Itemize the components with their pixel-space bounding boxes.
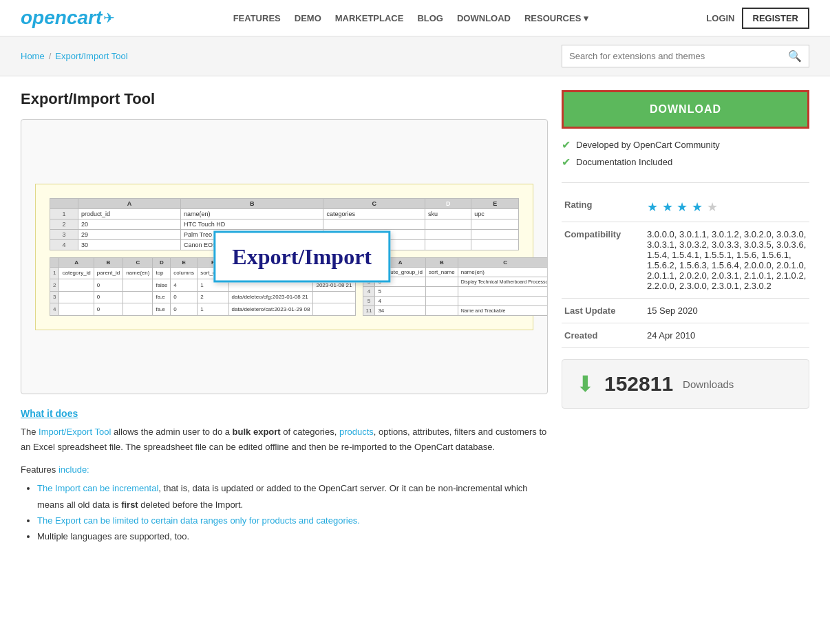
rating-row: Rating ★ ★ ★ ★ ★	[562, 193, 809, 222]
check-label-2: Documentation Included	[576, 157, 672, 167]
list-item: Multiple languages are supported, too.	[37, 528, 548, 544]
meta-checks: ✔ Developed by OpenCart Community ✔ Docu…	[562, 138, 809, 183]
downloads-box: ⬇ 152811 Downloads	[562, 359, 809, 409]
breadcrumb-separator: /	[49, 51, 52, 61]
search-icon[interactable]: 🔍	[788, 50, 802, 63]
compatibility-value: 3.0.0.0, 3.0.1.1, 3.0.1.2, 3.0.2.0, 3.0.…	[644, 222, 809, 299]
header-right: LOGIN REGISTER	[706, 8, 809, 29]
download-cloud-icon: ⬇	[576, 371, 595, 397]
nav-demo[interactable]: DEMO	[295, 13, 321, 23]
first-span: first	[121, 500, 138, 510]
col-b: B	[180, 198, 323, 208]
logo: opencart ✈	[21, 7, 115, 29]
col-c: C	[323, 198, 425, 208]
col-e: E	[471, 198, 519, 208]
table-row: 4 5	[363, 286, 548, 296]
what-it-does-heading: What it does	[21, 408, 548, 419]
table-row: 1 product_id name(en) categories sku upc	[50, 208, 519, 219]
nav-marketplace[interactable]: MARKETPLACE	[335, 13, 404, 23]
checkmark-icon-1: ✔	[562, 138, 571, 151]
compatibility-row: Compatibility 3.0.0.0, 3.0.1.1, 3.0.1.2,…	[562, 222, 809, 299]
downloads-label: Downloads	[683, 378, 734, 390]
login-button[interactable]: LOGIN	[706, 13, 734, 23]
table-row: 4 0 fa.e 0 1 data/deletero/cat:2023-01-2…	[50, 303, 356, 316]
table-row: 1 attribute_group_id sort_name name(en)	[363, 267, 548, 277]
last-update-row: Last Update 15 Sep 2020	[562, 299, 809, 323]
product-image-inner: A B C D E 1 product_id name(en)	[35, 184, 533, 330]
nav-resources[interactable]: RESOURCES ▾	[524, 13, 588, 23]
list-item: The Export can be limited to certain dat…	[37, 513, 548, 528]
breadcrumb-home[interactable]: Home	[21, 51, 45, 61]
main-content: Export/Import Tool A B C D	[0, 76, 830, 559]
breadcrumb-current: Export/Import Tool	[55, 51, 127, 61]
search-input[interactable]	[569, 51, 788, 61]
features-include-span: include:	[58, 464, 89, 475]
table-row: 5 4	[363, 296, 548, 305]
badge-text: Export/Import	[232, 244, 372, 270]
created-value: 24 Apr 2010	[644, 323, 809, 348]
created-label: Created	[562, 323, 644, 348]
product-description: The Import/Export Tool allows the admin …	[21, 425, 548, 455]
feature-item-2: The Export can be limited to certain dat…	[37, 515, 360, 526]
products-link: products	[339, 427, 374, 437]
product-content: Export/Import Tool A B C D	[21, 90, 548, 545]
logo-text: opencart	[21, 7, 102, 29]
star-5: ★	[707, 200, 719, 214]
features-list: The Import can be incremental, that is, …	[21, 480, 548, 545]
sidebar: DOWNLOAD ✔ Developed by OpenCart Communi…	[562, 90, 809, 545]
features-heading: Features include:	[21, 464, 548, 475]
col-a: A	[78, 198, 180, 208]
search-box: 🔍	[562, 45, 809, 67]
breadcrumb: Home / Export/Import Tool	[21, 51, 128, 61]
compatibility-label: Compatibility	[562, 222, 644, 299]
product-image-box: A B C D E 1 product_id name(en)	[21, 119, 548, 394]
star-2: ★	[662, 200, 674, 214]
last-update-value: 15 Sep 2020	[644, 299, 809, 323]
last-update-label: Last Update	[562, 299, 644, 323]
downloads-count: 152811	[604, 372, 673, 396]
star-4: ★	[692, 200, 704, 214]
nav-features[interactable]: FEATURES	[233, 13, 281, 23]
import-export-link: Import/Export Tool	[39, 427, 111, 437]
rating-label: Rating	[562, 193, 644, 222]
table-row: 2 20 HTC Touch HD	[50, 219, 519, 229]
list-item: The Import can be incremental, that is, …	[37, 480, 548, 513]
col-d: D	[425, 198, 471, 208]
meta-table: Rating ★ ★ ★ ★ ★ Compatibility 3.0.0.0, …	[562, 193, 809, 348]
created-row: Created 24 Apr 2010	[562, 323, 809, 348]
check-label-1: Developed by OpenCart Community	[576, 140, 720, 150]
download-button[interactable]: DOWNLOAD	[562, 90, 809, 129]
logo-cart-icon: ✈	[103, 10, 115, 26]
export-import-badge: Export/Import	[213, 231, 390, 283]
header: opencart ✈ FEATURES DEMO MARKETPLACE BLO…	[0, 0, 830, 36]
page-title: Export/Import Tool	[21, 90, 548, 108]
register-button[interactable]: REGISTER	[742, 8, 809, 29]
table-row: 3 0 fa.e 0 2 data/deleteo/cfg:2023-01-08…	[50, 291, 356, 303]
spreadsheet-container: A B C D E 1 product_id name(en)	[50, 198, 519, 316]
check-item-2: ✔ Documentation Included	[562, 155, 809, 169]
nav-download[interactable]: DOWNLOAD	[457, 13, 511, 23]
checkmark-icon-2: ✔	[562, 155, 571, 169]
table-row: 3 6 Display Technical Motherboard Proces…	[363, 277, 548, 286]
breadcrumb-bar: Home / Export/Import Tool 🔍	[0, 36, 830, 76]
star-1: ★	[647, 200, 659, 214]
feature-item-1: The Import can be incremental	[37, 483, 158, 493]
table-row: 11 34 Name and Trackable	[363, 305, 548, 315]
col-header-row	[50, 198, 78, 208]
main-nav: FEATURES DEMO MARKETPLACE BLOG DOWNLOAD …	[233, 13, 588, 23]
check-item-1: ✔ Developed by OpenCart Community	[562, 138, 809, 151]
nav-blog[interactable]: BLOG	[417, 13, 443, 23]
rating-stars: ★ ★ ★ ★ ★	[644, 193, 809, 222]
star-3: ★	[677, 200, 689, 214]
